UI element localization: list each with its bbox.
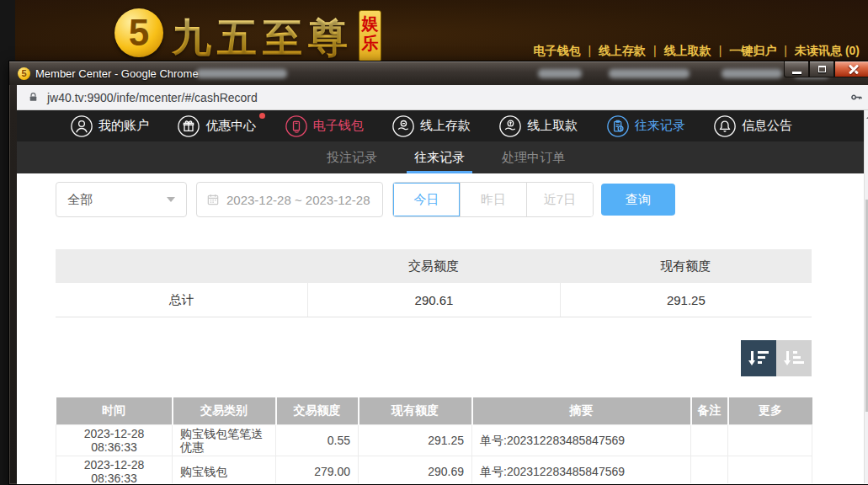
table-row: 2023-12-28 08:36:33 购宝钱包 279.00 290.69 单… xyxy=(56,456,812,483)
cell-note xyxy=(691,456,728,483)
summary-total-label: 总计 xyxy=(56,283,307,317)
cell-summary: 单号:202312283485847569 xyxy=(472,424,691,456)
main-navbar: 我的账户 优惠中心 电 xyxy=(17,110,868,141)
cell-category: 购宝钱包 xyxy=(173,456,276,483)
cell-current-balance: 290.69 xyxy=(359,456,472,483)
summary-header-current-balance: 现有额度 xyxy=(560,249,812,283)
restore-button[interactable] xyxy=(809,61,834,77)
today-button[interactable]: 今日 xyxy=(393,183,460,216)
date-range-value: 2023-12-28 ~ 2023-12-28 xyxy=(226,193,370,207)
summary-table: 交易额度 现有额度 总计 290.61 291.25 xyxy=(56,249,812,317)
nav-online-withdraw[interactable]: 线上取款 xyxy=(499,115,578,137)
notification-dot xyxy=(259,113,265,119)
search-button[interactable]: 查询 xyxy=(601,184,675,216)
member-center-page: 我的账户 优惠中心 电 xyxy=(17,110,868,483)
nav-label: 线上取款 xyxy=(527,118,578,134)
summary-header-empty xyxy=(56,249,307,283)
site-favicon-icon: 5 xyxy=(18,67,30,80)
redacted-titlebar-text xyxy=(196,69,287,78)
window-titlebar: 5 Member Center - Google Chrome xyxy=(9,61,868,85)
bell-icon xyxy=(714,115,736,137)
col-more: 更多 xyxy=(728,397,812,424)
records-table: 时间 交易类别 交易额度 现有额度 摘要 备注 更多 2023-12-28 08… xyxy=(56,397,812,483)
site-logo-badge: 娱乐 xyxy=(359,10,381,62)
nav-e-wallet[interactable]: 电子钱包 xyxy=(285,115,364,137)
nav-transaction-records[interactable]: 往来记录 xyxy=(607,115,685,137)
nav-label: 信息公告 xyxy=(742,118,792,134)
link-online-withdraw[interactable]: 线上取款 xyxy=(646,44,711,59)
nav-my-account[interactable]: 我的账户 xyxy=(71,115,149,137)
cell-category: 购宝钱包笔笔送优惠 xyxy=(173,424,276,456)
sort-descending-icon xyxy=(748,350,769,367)
url-text[interactable]: jw40.tv:9900/infe/mcenter/#/cashRecord xyxy=(47,91,258,104)
password-key-icon[interactable] xyxy=(849,90,864,104)
cell-time: 2023-12-28 08:36:33 xyxy=(56,456,173,483)
scrollbar-up-arrow[interactable] xyxy=(865,110,868,122)
filter-row: 全部 2023-12-28 ~ 2023-12-28 今日 昨日 近7日 xyxy=(56,182,868,217)
col-trade-amount: 交易额度 xyxy=(276,397,359,424)
user-icon xyxy=(71,115,93,137)
content-area: 全部 2023-12-28 ~ 2023-12-28 今日 昨日 近7日 xyxy=(17,173,868,483)
type-select-value: 全部 xyxy=(67,192,93,208)
records-icon xyxy=(607,115,629,137)
link-unread-messages[interactable]: 未读讯息 (0) xyxy=(776,44,860,59)
yesterday-button[interactable]: 昨日 xyxy=(460,183,526,216)
cell-summary: 单号:202312283485847569 xyxy=(472,456,691,483)
nav-announcements[interactable]: 信息公告 xyxy=(714,115,792,137)
link-e-wallet[interactable]: 电子钱包 xyxy=(533,44,580,59)
minimize-button[interactable] xyxy=(784,61,809,77)
nav-label: 线上存款 xyxy=(420,118,471,134)
redacted-titlebar-text xyxy=(538,69,582,78)
site-top-links: 电子钱包 线上存款 线上取款 一键归户 未读讯息 (0) xyxy=(533,44,860,59)
close-button[interactable] xyxy=(834,61,868,77)
date-range-input[interactable]: 2023-12-28 ~ 2023-12-28 xyxy=(196,182,383,217)
summary-header: 交易额度 现有额度 xyxy=(56,249,812,283)
cell-current-balance: 291.25 xyxy=(359,424,472,456)
nav-label: 往来记录 xyxy=(635,118,685,134)
summary-header-trade-amount: 交易额度 xyxy=(307,249,559,283)
records-header-row: 时间 交易类别 交易额度 现有额度 摘要 备注 更多 xyxy=(56,397,812,424)
cell-trade-amount: 279.00 xyxy=(276,456,359,483)
chevron-down-icon xyxy=(167,197,175,202)
lock-icon[interactable] xyxy=(28,92,39,103)
link-online-deposit[interactable]: 线上存款 xyxy=(580,44,646,59)
cell-more xyxy=(728,456,812,483)
col-summary: 摘要 xyxy=(472,397,691,424)
brand-coin-icon: 5 xyxy=(114,8,163,57)
sort-controls xyxy=(56,340,812,376)
last7days-button[interactable]: 近7日 xyxy=(526,183,593,216)
type-select[interactable]: 全部 xyxy=(56,182,187,217)
page-scrollbar[interactable] xyxy=(864,110,868,483)
close-icon xyxy=(849,64,859,74)
col-note: 备注 xyxy=(691,397,728,424)
nav-promotions[interactable]: 优惠中心 xyxy=(178,115,256,137)
sort-ascending-icon xyxy=(784,350,804,367)
nav-label: 我的账户 xyxy=(99,118,149,134)
col-current-balance: 现有额度 xyxy=(359,397,472,424)
window-controls xyxy=(784,61,868,77)
redacted-titlebar-text xyxy=(722,69,782,78)
site-logo: 5 九五至尊 娱乐 xyxy=(114,2,381,65)
restore-icon xyxy=(818,66,826,72)
nav-online-deposit[interactable]: 线上存款 xyxy=(392,115,471,137)
site-logo-title: 九五至尊 xyxy=(172,12,354,65)
tab-bet-records[interactable]: 投注记录 xyxy=(324,141,380,173)
col-category: 交易类别 xyxy=(173,397,276,424)
calendar-icon xyxy=(206,193,220,206)
address-bar[interactable]: jw40.tv:9900/infe/mcenter/#/cashRecord xyxy=(17,85,868,110)
table-row: 2023-12-28 08:36:33 购宝钱包笔笔送优惠 0.55 291.2… xyxy=(56,424,812,456)
quick-date-group: 今日 昨日 近7日 xyxy=(392,182,594,217)
chrome-window: 5 Member Center - Google Chrome jw40.tv:… xyxy=(8,61,868,485)
sort-descending-button[interactable] xyxy=(741,340,776,376)
summary-total-row: 总计 290.61 291.25 xyxy=(56,283,812,317)
cell-time: 2023-12-28 08:36:33 xyxy=(56,424,173,456)
tab-pending-orders[interactable]: 处理中订单 xyxy=(499,141,567,173)
summary-current-balance-value: 291.25 xyxy=(560,283,812,317)
withdraw-icon xyxy=(499,115,521,137)
window-title: Member Center - Google Chrome xyxy=(35,67,199,80)
sub-tabbar: 投注记录 往来记录 处理中订单 xyxy=(17,141,868,173)
link-one-key-transfer[interactable]: 一键归户 xyxy=(711,44,777,59)
minimize-icon xyxy=(792,72,801,74)
sort-ascending-button[interactable] xyxy=(776,340,812,376)
tab-cash-records[interactable]: 往来记录 xyxy=(412,141,467,173)
